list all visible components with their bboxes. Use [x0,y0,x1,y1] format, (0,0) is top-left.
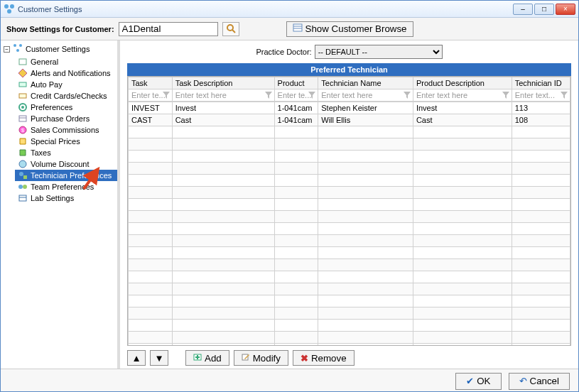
sidebar-item-label: Volume Discount [31,160,90,168]
minimize-button[interactable]: – [513,4,533,15]
column-header[interactable]: Product Description [413,77,512,89]
sidebar-item-icon [18,159,28,169]
sidebar-item-icon [18,80,28,89]
down-icon: ▼ [154,353,163,364]
table-cell: 1-041cam [274,102,318,114]
sidebar-item-volume-discount[interactable]: Volume Discount [15,158,117,170]
sidebar-item-icon [18,91,28,101]
sidebar-item-label: Preferences [31,103,72,111]
window-title: Customer Settings [18,5,513,13]
svg-rect-12 [19,82,26,87]
filter-placeholder: Enter text... [515,91,555,99]
undo-icon: ↶ [519,376,527,386]
tree-toggle-icon[interactable]: − [4,46,10,53]
grid-button-row: ▲ ▼ Add Modify ✖ Remove [127,350,571,366]
filter-icon[interactable] [162,91,171,99]
filter-cell[interactable]: Enter te... [274,89,318,102]
sidebar-item-general[interactable]: General [15,56,117,67]
grid-header-row: TaskTask DescriptionProductTechnician Na… [129,77,570,89]
filter-icon[interactable] [264,91,273,99]
filter-icon[interactable] [308,91,316,99]
maximize-button[interactable]: □ [534,4,554,15]
sidebar-item-preferences[interactable]: Preferences [15,102,117,113]
ok-button[interactable]: ✔ OK [455,373,501,390]
sidebar-item-lab-settings[interactable]: Lab Settings [15,192,117,204]
filter-icon[interactable] [502,91,510,99]
show-customer-browse-button[interactable]: Show Customer Browse [286,21,413,37]
cancel-label: Cancel [530,376,560,386]
window-buttons: – □ × [513,4,575,15]
column-header[interactable]: Technician ID [512,77,570,89]
sidebar-item-special-prices[interactable]: Special Prices [15,136,117,147]
customer-search-button[interactable] [222,22,239,36]
table-row-empty [129,320,570,332]
filter-placeholder: Enter te... [131,91,166,99]
filter-placeholder: Enter text here [321,91,372,99]
svg-point-9 [19,44,22,47]
sidebar-item-team-preferences[interactable]: Team Preferences [15,181,117,192]
svg-rect-11 [19,59,26,65]
remove-button[interactable]: ✖ Remove [293,350,355,366]
move-down-button[interactable]: ▼ [150,350,168,366]
sidebar-item-label: Taxes [31,148,51,157]
svg-point-23 [18,185,23,189]
remove-label: Remove [311,353,347,364]
grid-body[interactable]: INVESTInvest1-041camStephen KeisterInves… [128,102,570,345]
add-icon [193,353,202,364]
sidebar-item-label: Lab Settings [31,194,74,202]
filter-cell[interactable]: Enter text here [318,89,413,102]
table-row-empty [129,259,570,271]
app-icon [4,4,15,15]
customer-input[interactable] [119,22,218,36]
modify-button[interactable]: Modify [234,350,288,366]
move-up-button[interactable]: ▲ [127,350,146,366]
sidebar-item-auto-pay[interactable]: Auto Pay [15,79,117,90]
column-header[interactable]: Task [129,77,173,89]
sidebar-item-label: Special Prices [31,137,80,146]
table-row[interactable]: INVESTInvest1-041camStephen KeisterInves… [129,102,570,114]
svg-point-8 [13,44,16,47]
cancel-button[interactable]: ↶ Cancel [509,373,570,390]
close-button[interactable]: × [556,4,575,15]
sidebar-item-label: Sales Commissions [31,126,99,134]
magnifier-icon [226,23,236,35]
sidebar-item-label: Credit Cards/eChecks [31,92,107,100]
table-cell: INVEST [129,102,173,114]
sidebar-item-taxes[interactable]: Taxes [15,147,117,158]
filter-placeholder: Enter te... [278,91,312,99]
sidebar-item-sales-commissions[interactable]: $Sales Commissions [15,124,117,136]
filter-cell[interactable]: Enter text here [172,89,274,102]
filter-icon[interactable] [403,91,411,99]
sidebar-item-icon [18,148,28,158]
table-cell: Will Ellis [318,114,413,126]
column-header[interactable]: Product [274,77,318,89]
table-row[interactable]: CASTCast1-041camWill EllisCast108 [129,114,570,126]
column-header[interactable]: Technician Name [318,77,413,89]
table-cell: Cast [172,114,274,126]
filter-cell[interactable]: Enter text... [512,89,570,102]
sidebar-item-purchase-orders[interactable]: Purchase Orders [15,113,117,124]
tree-root[interactable]: − Customer Settings [1,42,117,56]
svg-point-1 [10,4,14,9]
sidebar-item-icon [18,182,28,192]
practice-doctor-row: Practice Doctor: -- DEFAULT -- [127,45,571,59]
table-row-empty [129,271,570,283]
sidebar-item-credit-cards-echecks[interactable]: Credit Cards/eChecks [15,90,117,102]
sidebar-item-icon [18,193,28,203]
svg-rect-5 [293,24,302,31]
sidebar-item-alerts-and-notifications[interactable]: Alerts and Notifications [15,67,117,79]
sidebar-item-technician-preferences[interactable]: Technician Preferences [15,170,117,181]
panel-title: Preferred Technician [127,63,571,76]
filter-cell[interactable]: Enter text here [413,89,512,102]
column-header[interactable]: Task Description [172,77,274,89]
sidebar-item-label: Team Preferences [31,183,94,191]
table-row-empty [129,126,570,138]
table-row-empty [129,138,570,151]
add-button[interactable]: Add [185,350,229,366]
tree-children: GeneralAlerts and NotificationsAuto PayC… [1,56,117,204]
filter-icon[interactable] [560,91,568,99]
svg-rect-22 [23,175,27,179]
practice-doctor-select[interactable]: -- DEFAULT -- [315,45,443,59]
modify-label: Modify [253,353,281,364]
filter-cell[interactable]: Enter te... [129,89,173,102]
